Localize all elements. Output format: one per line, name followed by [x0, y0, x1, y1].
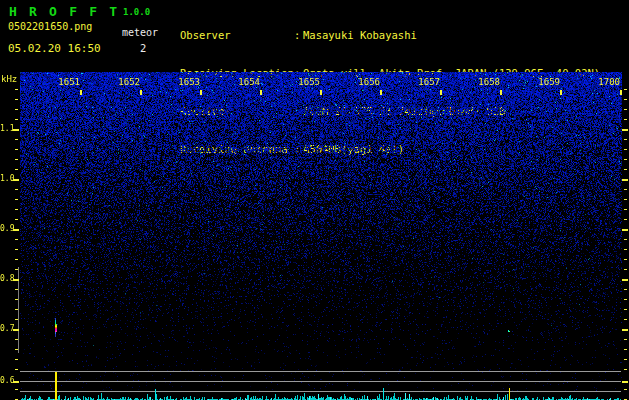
output-filename: 0502201650.png	[8, 21, 92, 32]
meteor-count: 2	[140, 42, 146, 54]
time-tick-label: 1653	[156, 77, 200, 88]
app-version: 1.0.0	[123, 7, 150, 17]
time-tick-label: 1652	[96, 77, 140, 88]
spectrogram-canvas	[0, 60, 629, 400]
info-row-observer: Observer:Masayuki Kobayashi	[180, 29, 600, 42]
app-title: H R O F F T	[9, 4, 119, 19]
mode-label: meteor	[122, 27, 158, 38]
freq-tick-label: 0.7	[0, 324, 13, 334]
time-tick-label: 1657	[396, 77, 440, 88]
time-tick-label: 1654	[216, 77, 260, 88]
time-tick-label: 1658	[456, 77, 500, 88]
freq-tick-label: 0.9	[0, 224, 13, 234]
hrofft-window: H R O F F T 1.0.0 0502201650.png meteor …	[0, 0, 629, 400]
freq-tick-label: 0.8	[0, 274, 13, 284]
time-tick-label: 1651	[36, 77, 80, 88]
freq-axis-unit: kHz	[1, 74, 17, 84]
info-value: Masayuki Kobayashi	[303, 29, 417, 42]
freq-tick-label: 1.0	[0, 174, 13, 184]
time-tick-label: 1659	[516, 77, 560, 88]
freq-tick-label: 0.6	[0, 376, 13, 386]
info-label: Observer	[180, 29, 294, 42]
datetime-label: 05.02.20 16:50	[8, 42, 101, 55]
freq-tick-label: 1.1	[0, 124, 13, 134]
time-tick-label: 1655	[276, 77, 320, 88]
time-tick-label: 1656	[336, 77, 380, 88]
time-tick-label: 1700	[576, 77, 620, 88]
